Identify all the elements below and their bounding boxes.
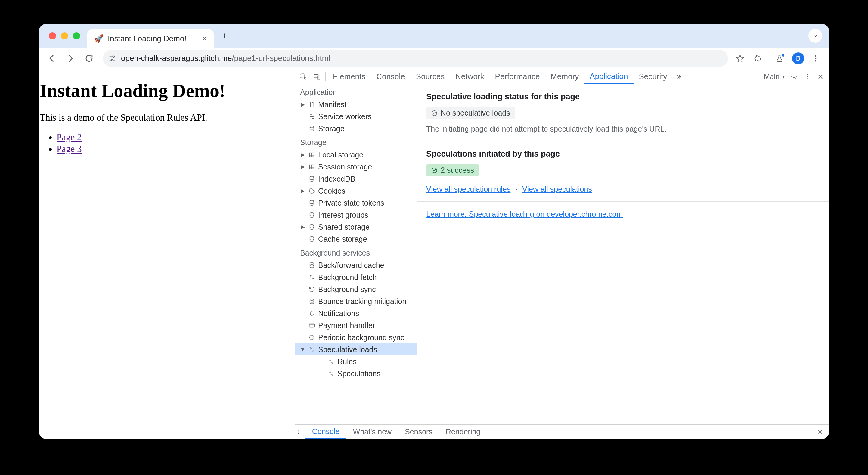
view-speculations-link[interactable]: View all speculations	[522, 185, 592, 194]
page-link[interactable]: Page 2	[57, 132, 82, 142]
toolbar: open-chalk-asparagus.glitch.me/page1-url…	[39, 48, 829, 69]
sidebar-item[interactable]: Private state tokens	[295, 197, 417, 209]
clock-icon	[308, 334, 316, 341]
devtools-tab-elements[interactable]: Elements	[328, 69, 371, 84]
status-description: The initiating page did not attempt to s…	[426, 125, 820, 133]
sidebar-item[interactable]: IndexedDB	[295, 173, 417, 185]
sidebar-item-label: Local storage	[318, 150, 363, 159]
db-icon	[308, 262, 316, 268]
initiated-heading: Speculations initiated by this page	[426, 149, 820, 159]
devtools-tab-security[interactable]: Security	[633, 69, 673, 84]
more-tabs-icon[interactable]	[672, 73, 686, 81]
view-rules-link[interactable]: View all speculation rules	[426, 185, 510, 194]
tab-strip: 🚀 Instant Loading Demo! × +	[39, 24, 829, 48]
devtools-menu-icon[interactable]	[801, 73, 814, 80]
expand-arrow-icon: ▶	[300, 164, 306, 170]
db-icon	[308, 236, 316, 242]
svg-point-11	[807, 78, 808, 80]
drawer-tab-rendering[interactable]: Rendering	[439, 425, 487, 439]
back-button[interactable]	[44, 51, 60, 66]
window-controls	[43, 32, 87, 39]
devtools-tab-console[interactable]: Console	[371, 69, 410, 84]
sidebar-item[interactable]: Background sync	[295, 283, 417, 295]
settings-icon[interactable]	[787, 73, 801, 81]
bookmark-icon[interactable]	[734, 52, 746, 64]
reload-button[interactable]	[81, 51, 97, 66]
new-tab-button[interactable]: +	[218, 30, 230, 41]
sidebar-item[interactable]: Periodic background sync	[295, 331, 417, 344]
labs-icon[interactable]	[775, 52, 787, 64]
sidebar-item[interactable]: ▼Speculative loads	[295, 344, 417, 356]
close-tab-icon[interactable]: ×	[202, 33, 207, 43]
expand-arrow-icon: ▼	[300, 347, 306, 353]
sidebar-item-label: IndexedDB	[318, 175, 355, 183]
drawer-menu-icon[interactable]	[295, 429, 306, 435]
svg-point-18	[310, 201, 314, 202]
sidebar-item[interactable]: Speculations	[295, 367, 417, 380]
svg-point-21	[310, 237, 314, 238]
toolbar-right: B	[734, 52, 824, 64]
expand-arrow-icon: ▶	[300, 187, 306, 194]
sidebar-item[interactable]: Interest groups	[295, 209, 417, 221]
url-text: open-chalk-asparagus.glitch.me/page1-url…	[121, 54, 330, 63]
svg-point-22	[310, 263, 314, 265]
page-link[interactable]: Page 3	[57, 144, 82, 154]
profile-avatar[interactable]: B	[792, 52, 804, 64]
drawer-tab-sensors[interactable]: Sensors	[398, 425, 439, 439]
db-icon	[308, 224, 316, 230]
sidebar-item[interactable]: ▶Manifest	[295, 98, 417, 111]
sidebar-item[interactable]: Bounce tracking mitigation	[295, 295, 417, 307]
content-area: Instant Loading Demo! This is a demo of …	[39, 69, 829, 439]
sidebar-item[interactable]: Storage	[295, 122, 417, 135]
sidebar-item[interactable]: ▶Session storage	[295, 161, 417, 173]
close-devtools-icon[interactable]	[814, 73, 827, 80]
sidebar-item[interactable]: Notifications	[295, 307, 417, 319]
sidebar-item-label: Back/forward cache	[318, 261, 384, 270]
sidebar-item-label: Storage	[318, 124, 345, 133]
svg-rect-24	[309, 324, 314, 327]
sidebar-item-label: Background fetch	[318, 273, 377, 282]
svg-point-1	[111, 59, 113, 60]
devtools-tab-network[interactable]: Network	[450, 69, 489, 84]
inspect-element-icon[interactable]	[297, 73, 310, 81]
maximize-window-button[interactable]	[73, 32, 80, 39]
sidebar-item[interactable]: ▶Shared storage	[295, 221, 417, 233]
tab-overflow-button[interactable]	[808, 29, 822, 43]
sidebar-item[interactable]: ▶Cookies	[295, 185, 417, 197]
sidebar-item-label: Shared storage	[318, 223, 370, 232]
device-toolbar-icon[interactable]	[310, 73, 323, 81]
close-drawer-icon[interactable]	[817, 428, 829, 435]
sidebar-item[interactable]: Payment handler	[295, 319, 417, 331]
close-window-button[interactable]	[49, 32, 56, 39]
sidebar-section-label: Storage	[295, 135, 417, 149]
address-bar[interactable]: open-chalk-asparagus.glitch.me/page1-url…	[103, 50, 728, 67]
devtools-tab-application[interactable]: Application	[584, 69, 633, 84]
separator	[769, 53, 769, 64]
sidebar-item[interactable]: Service workers	[295, 111, 417, 122]
status-block: Speculative loading status for this page…	[417, 84, 829, 142]
sidebar-item[interactable]: Back/forward cache	[295, 259, 417, 271]
sidebar-item[interactable]: Rules	[295, 356, 417, 367]
sidebar-item[interactable]: ▶Local storage	[295, 149, 417, 161]
menu-icon[interactable]	[810, 52, 822, 64]
updown-icon	[308, 274, 316, 280]
minimize-window-button[interactable]	[61, 32, 68, 39]
learn-more-link[interactable]: Learn more: Speculative loading on devel…	[426, 210, 623, 218]
sidebar-item[interactable]: Cache storage	[295, 233, 417, 245]
frame-selector[interactable]: Main ▼	[764, 72, 787, 81]
browser-tab[interactable]: 🚀 Instant Loading Demo! ×	[87, 30, 214, 48]
site-settings-icon[interactable]	[108, 54, 117, 63]
svg-point-2	[815, 55, 816, 57]
extensions-icon[interactable]	[751, 52, 764, 64]
devtools-tabstrip: Elements Console Sources Network Perform…	[295, 69, 829, 84]
sidebar-item[interactable]: Background fetch	[295, 271, 417, 283]
grid-icon	[308, 151, 316, 158]
svg-point-23	[310, 299, 314, 301]
drawer-tab-whatsnew[interactable]: What's new	[346, 425, 398, 439]
drawer-tab-console[interactable]: Console	[306, 425, 346, 439]
svg-point-9	[807, 74, 808, 75]
forward-button[interactable]	[63, 51, 78, 66]
devtools-tab-memory[interactable]: Memory	[545, 69, 584, 84]
devtools-tab-sources[interactable]: Sources	[410, 69, 450, 84]
devtools-tab-performance[interactable]: Performance	[490, 69, 545, 84]
